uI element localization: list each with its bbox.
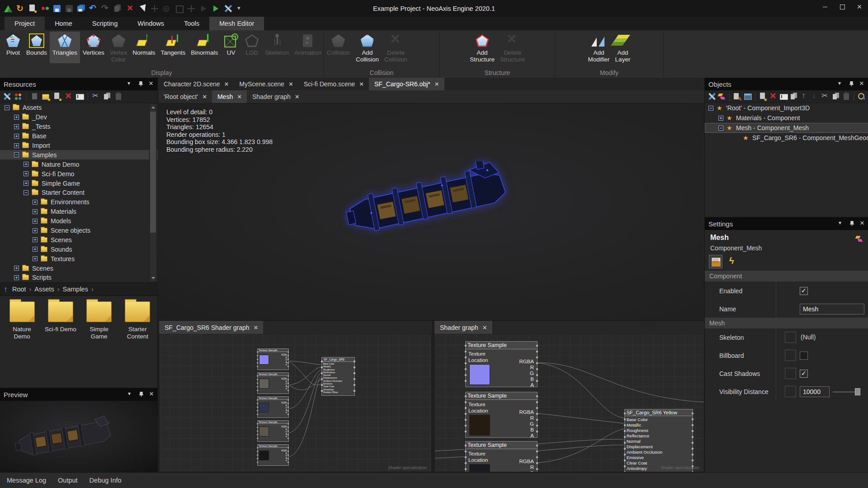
default-value-box[interactable] <box>785 368 796 379</box>
document-tab[interactable]: Character 2D.scene <box>158 78 234 90</box>
ribbon-button[interactable]: Animation <box>292 32 324 63</box>
tree-item[interactable]: − ★ 'Root' - Component_Import3D <box>705 103 868 113</box>
expander-icon[interactable]: + <box>33 237 38 242</box>
graph-tab[interactable]: Shader graph <box>434 321 492 334</box>
expander-icon[interactable]: + <box>14 134 19 139</box>
input-port-dots[interactable] <box>623 411 626 472</box>
ribbon-button[interactable]: Add Collision <box>353 32 382 63</box>
ribbon-button[interactable]: UV <box>221 32 241 63</box>
move-tool-icon[interactable] <box>150 4 159 13</box>
pin-icon[interactable] <box>849 221 855 227</box>
output-port-dots[interactable] <box>287 398 290 416</box>
output-port-dots[interactable] <box>287 350 290 368</box>
undo-icon[interactable] <box>89 4 98 13</box>
expander-icon[interactable]: + <box>24 171 28 176</box>
input-port-dots[interactable] <box>256 374 259 392</box>
tree-item[interactable]: ★ SF_Cargo_SR6 - Component_MeshGeometry <box>705 133 868 143</box>
folder-thumbnail[interactable]: Simple Game <box>80 301 118 340</box>
ribbon-button[interactable]: Delete Collision <box>382 32 410 63</box>
slider-track[interactable] <box>833 392 858 392</box>
new-object-icon[interactable] <box>759 92 767 101</box>
status-bar-tab[interactable]: Output <box>58 477 78 484</box>
expander-icon[interactable]: + <box>718 116 723 121</box>
expander-icon[interactable]: + <box>33 219 38 224</box>
transform-tool-icon[interactable] <box>187 4 196 13</box>
object-tab[interactable]: Shader graph <box>247 90 305 103</box>
scrollbar[interactable] <box>149 103 157 282</box>
expander-icon[interactable]: − <box>14 152 19 157</box>
expander-icon[interactable]: + <box>14 115 19 120</box>
scroll-down-icon[interactable] <box>150 275 156 282</box>
panel-menu-icon[interactable] <box>838 221 844 227</box>
expander-icon[interactable]: + <box>14 275 19 280</box>
folder-thumbnail[interactable]: Nature Demo <box>3 301 41 340</box>
expander-icon[interactable]: + <box>14 124 19 129</box>
duplicate-icon[interactable] <box>113 4 123 13</box>
close-tab-icon[interactable] <box>435 82 439 86</box>
texture-sample-node[interactable]: Texture Sample RGBA R G B A <box>257 372 289 394</box>
copy-icon[interactable] <box>103 92 112 101</box>
close-icon[interactable] <box>148 81 155 87</box>
paste-icon[interactable] <box>114 92 123 101</box>
texture-sample-node[interactable]: Texture Sample RGBA R G B A <box>257 348 289 370</box>
output-port-dots[interactable] <box>287 374 290 392</box>
default-value-box[interactable] <box>785 386 796 397</box>
input-port-dots[interactable] <box>256 398 259 416</box>
output-port-dots[interactable] <box>287 422 290 440</box>
component-icon[interactable] <box>718 92 726 101</box>
copy-icon[interactable] <box>832 92 840 101</box>
scroll-up-icon[interactable] <box>150 104 156 111</box>
expander-icon[interactable]: + <box>33 200 38 205</box>
close-tab-icon[interactable] <box>237 94 241 99</box>
expander-icon[interactable]: − <box>5 105 9 110</box>
texture-sample-node[interactable]: Texture Sample Texture Location RGBA R G… <box>465 441 538 472</box>
up-arrow-icon[interactable]: ↑ <box>4 285 8 294</box>
close-icon[interactable] <box>859 221 866 227</box>
settings-icon[interactable] <box>3 92 11 101</box>
move-down-icon[interactable] <box>811 92 819 101</box>
events-tab-icon[interactable] <box>726 255 738 268</box>
enabled-checkbox[interactable] <box>800 287 808 295</box>
expander-icon[interactable]: + <box>33 209 38 214</box>
texture-sample-node[interactable]: Texture Sample Texture Location RGBA R G… <box>465 392 538 438</box>
section-header[interactable]: Component <box>705 271 868 282</box>
delete-icon[interactable] <box>126 4 135 13</box>
tree-item[interactable]: − Starter Content <box>0 188 158 197</box>
ribbon-button[interactable]: Vertex Color <box>107 32 130 63</box>
ribbon-tab[interactable]: Scripting <box>82 17 127 30</box>
output-port-dots[interactable] <box>353 359 356 394</box>
breadcrumb-item[interactable]: Assets <box>34 286 62 293</box>
material-node[interactable]: SF_Cargo_SR6 Yellow Base Color Metallic … <box>624 409 693 472</box>
object-tab[interactable]: Mesh <box>212 90 247 103</box>
refresh-icon[interactable] <box>16 4 25 13</box>
panel-menu-icon[interactable] <box>837 81 844 87</box>
tree-item[interactable]: + Scripts <box>0 273 158 282</box>
input-port-dots[interactable] <box>256 422 259 440</box>
separator[interactable] <box>729 93 730 101</box>
tree-item[interactable]: − ★ Mesh - Component_Mesh <box>705 123 868 133</box>
ribbon-button[interactable]: Vertices <box>80 32 107 63</box>
delete-icon[interactable] <box>769 92 777 101</box>
ribbon-tab[interactable]: Windows <box>127 17 174 30</box>
ribbon-button[interactable]: Tangents <box>158 32 188 63</box>
select-tool-icon[interactable] <box>138 4 147 13</box>
shader-graph-canvas[interactable]: Texture Sample RGBA R G B A Texture Samp… <box>159 334 432 472</box>
folder-thumbnail[interactable]: Sci-fi Demo <box>41 301 80 333</box>
expander-icon[interactable]: − <box>24 190 28 195</box>
panel-menu-icon[interactable] <box>127 391 133 398</box>
output-port-dots[interactable] <box>287 446 290 464</box>
section-header[interactable]: Mesh <box>705 318 868 328</box>
scale-tool-icon[interactable] <box>175 4 184 13</box>
expander-icon[interactable]: + <box>24 162 28 167</box>
billboard-checkbox[interactable] <box>800 352 808 360</box>
rename-icon[interactable] <box>75 92 84 101</box>
cut-icon[interactable] <box>821 92 829 101</box>
ribbon-button[interactable]: Bounds <box>24 32 50 63</box>
expander-icon[interactable]: + <box>24 181 28 186</box>
close-icon[interactable] <box>149 391 155 398</box>
tree-item[interactable]: + _Tests <box>0 122 158 131</box>
input-port-dots[interactable] <box>464 443 467 472</box>
redo-icon[interactable] <box>101 4 110 13</box>
new-resource-icon[interactable] <box>53 92 61 101</box>
texture-sample-node[interactable]: Texture Sample Texture Location RGBA R G… <box>465 341 538 387</box>
